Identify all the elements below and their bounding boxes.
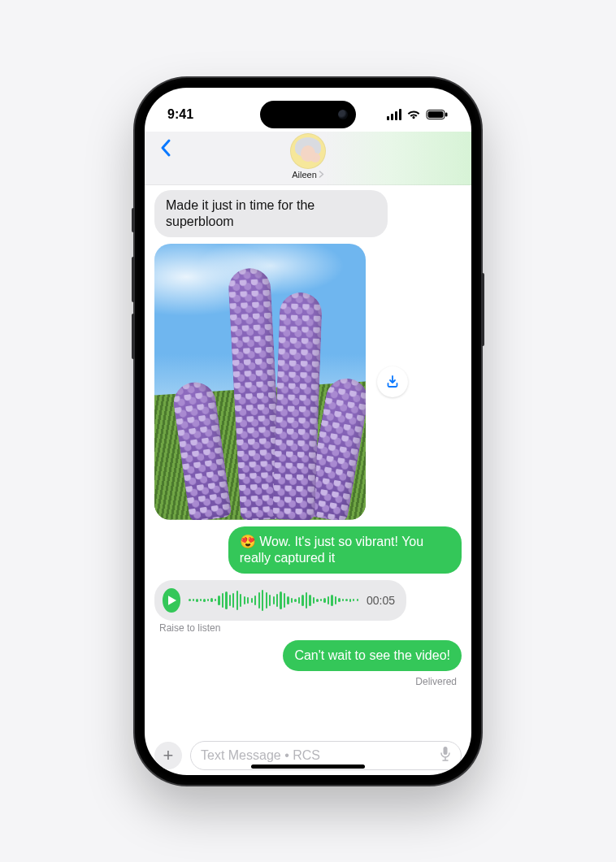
- mute-switch[interactable]: [132, 208, 135, 232]
- composer: + Text Message • RCS: [145, 736, 471, 775]
- message-text: Can't wait to see the video!: [294, 648, 450, 662]
- back-button[interactable]: [154, 136, 177, 159]
- dictation-button[interactable]: [440, 746, 451, 765]
- svg-rect-1: [428, 111, 444, 118]
- battery-icon: [426, 109, 449, 120]
- volume-up-button[interactable]: [132, 257, 135, 302]
- audio-duration: 00:05: [367, 594, 395, 607]
- message-outgoing: Can't wait to see the video!: [154, 640, 462, 671]
- delivery-status: Delivered: [154, 676, 462, 687]
- emoji: 😍: [240, 535, 256, 548]
- play-icon: [167, 595, 177, 606]
- cellular-signal-icon: [387, 109, 401, 120]
- text-bubble[interactable]: Made it just in time for the superbloom: [154, 190, 388, 237]
- power-button[interactable]: [481, 273, 484, 346]
- avatar: [290, 133, 326, 169]
- message-text: Made it just in time for the superbloom: [166, 198, 315, 228]
- clock: 9:41: [167, 107, 193, 122]
- chevron-right-icon: [319, 171, 324, 178]
- chevron-left-icon: [159, 138, 172, 158]
- chat-scroll-area[interactable]: Made it just in time for the superbloom: [145, 185, 471, 736]
- audio-hint: Raise to listen: [159, 622, 462, 634]
- svg-rect-3: [444, 747, 448, 755]
- message-incoming: Made it just in time for the superbloom: [154, 190, 462, 237]
- attach-button[interactable]: +: [154, 742, 182, 769]
- microphone-icon: [440, 746, 451, 762]
- text-bubble[interactable]: 😍 Wow. It's just so vibrant! You really …: [228, 526, 462, 574]
- message-incoming-audio: 00:05 Raise to listen: [154, 580, 462, 634]
- waveform[interactable]: [189, 588, 358, 613]
- dynamic-island: [260, 101, 356, 128]
- contact-name: Aileen: [292, 170, 317, 180]
- text-bubble[interactable]: Can't wait to see the video!: [283, 640, 462, 671]
- plus-icon: +: [163, 745, 174, 766]
- iphone-frame: 9:41 Aileen: [135, 78, 481, 785]
- contact-button[interactable]: Aileen: [290, 133, 326, 180]
- conversation-header: Aileen: [145, 132, 471, 185]
- message-incoming-image: [154, 244, 462, 520]
- audio-bubble[interactable]: 00:05: [154, 580, 406, 621]
- svg-rect-2: [445, 112, 448, 116]
- image-attachment[interactable]: [154, 244, 366, 520]
- play-button[interactable]: [163, 588, 180, 613]
- message-text: Wow. It's just so vibrant! You really ca…: [240, 535, 423, 565]
- download-icon: [385, 375, 400, 389]
- status-indicators: [387, 109, 449, 120]
- screen: 9:41 Aileen: [145, 88, 471, 775]
- wifi-icon: [406, 109, 421, 120]
- download-button[interactable]: [377, 366, 408, 397]
- home-indicator[interactable]: [251, 765, 365, 769]
- input-placeholder: Text Message • RCS: [201, 748, 320, 763]
- volume-down-button[interactable]: [132, 314, 135, 359]
- message-outgoing: 😍 Wow. It's just so vibrant! You really …: [154, 526, 462, 574]
